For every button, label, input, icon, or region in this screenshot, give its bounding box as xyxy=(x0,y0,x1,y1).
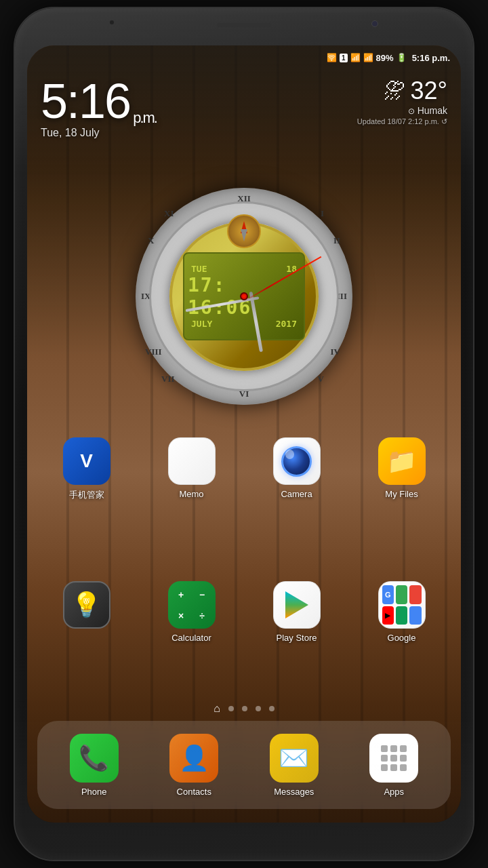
dock-apps[interactable]: Apps xyxy=(369,734,418,797)
dock-contacts[interactable]: 👤 Contacts xyxy=(169,734,218,797)
apps-dot-3 xyxy=(400,745,407,752)
playstore-label: Play Store xyxy=(277,633,317,643)
roman-5: V xyxy=(318,374,324,384)
apps-dot-9 xyxy=(400,764,407,771)
date-display: Tue, 18 July xyxy=(41,127,157,139)
center-dot xyxy=(240,292,248,300)
google-label: Google xyxy=(388,633,416,643)
lightbulb-icon: 💡 xyxy=(63,581,110,629)
app-calculator[interactable]: + − × ÷ Calculator xyxy=(158,581,226,643)
dot-4 xyxy=(269,706,274,711)
dock-messages[interactable]: ✉️ Messages xyxy=(270,734,319,797)
weather-icon: ⛈ xyxy=(384,79,405,104)
calc-grid: + − × ÷ xyxy=(168,581,216,629)
location: Humak xyxy=(357,105,447,116)
calculator-label: Calculator xyxy=(171,633,211,643)
phone-app-icon: 📞 xyxy=(70,734,119,783)
apps-dot-7 xyxy=(381,764,388,771)
google-blue xyxy=(409,606,421,625)
temperature: 32° xyxy=(411,77,447,105)
compass xyxy=(227,214,261,248)
roman-4: IV xyxy=(331,347,340,357)
phone-label: Phone xyxy=(81,787,107,797)
status-time: 5:16 p.m. xyxy=(412,53,450,63)
messages-label: Messages xyxy=(274,787,314,797)
app-google[interactable]: G ▶ Google xyxy=(368,581,436,643)
updated-text: Updated 18/07 2:12 p.m. ↺ xyxy=(357,117,447,126)
roman-1: I xyxy=(321,208,324,219)
page-dots: ⌂ xyxy=(27,703,461,714)
dot-3 xyxy=(256,706,261,711)
time-section: 5:16p.m. Tue, 18 July xyxy=(41,77,157,139)
calc-divide: ÷ xyxy=(193,606,211,625)
myfiles-label: My Files xyxy=(385,489,418,499)
signal-1-badge: 1 xyxy=(340,54,348,62)
apps-grid-icon xyxy=(369,734,418,783)
signal-bars-2-icon: 📶 xyxy=(363,53,373,62)
app-camera[interactable]: Camera xyxy=(263,437,331,501)
signal-bars-icon: 📶 xyxy=(350,53,361,62)
google-green xyxy=(396,606,407,625)
app-tencent[interactable]: V 手机管家 xyxy=(53,437,121,501)
calculator-icon: + − × ÷ xyxy=(168,581,216,629)
apps-dots-grid xyxy=(374,738,413,778)
roman-10: X xyxy=(148,235,154,246)
roman-8: VIII xyxy=(145,347,162,357)
camera-label: Camera xyxy=(281,489,312,499)
google-g: G xyxy=(382,585,394,604)
svg-marker-0 xyxy=(285,591,308,618)
app-lightbulb[interactable]: 💡 xyxy=(53,581,121,643)
messages-app-icon: ✉️ xyxy=(270,734,319,783)
status-icons: 🛜 1 📶 📶 89% 🔋 5:16 p.m. xyxy=(327,53,450,63)
memo-lines xyxy=(186,446,197,477)
app-row-2: 💡 + − × ÷ Calculator xyxy=(27,581,461,643)
digital-day: TUE xyxy=(191,264,207,274)
app-myfiles[interactable]: 📁 My Files xyxy=(368,437,436,501)
clock-widget: XII I II III IV V VI VII VIII IX X XI xyxy=(136,188,352,405)
google-red xyxy=(409,585,421,604)
apps-dot-1 xyxy=(381,745,388,752)
app-row-1: V 手机管家 Memo xyxy=(27,437,461,501)
app-playstore[interactable]: Play Store xyxy=(263,581,331,643)
myfiles-icon: 📁 xyxy=(378,437,426,485)
camera-lens xyxy=(281,446,312,477)
battery-text: 89% xyxy=(376,53,394,63)
contacts-label: Contacts xyxy=(177,787,211,797)
dock-phone[interactable]: 📞 Phone xyxy=(70,734,119,797)
dock: 📞 Phone 👤 Contacts ✉️ Messages xyxy=(37,721,451,809)
apps-label: Apps xyxy=(384,787,404,797)
tencent-label: 手机管家 xyxy=(69,489,104,501)
large-time-display: 5:16p.m. xyxy=(41,77,157,125)
dot-2 xyxy=(242,706,247,711)
apps-dot-2 xyxy=(390,745,397,752)
apps-dot-6 xyxy=(400,755,407,762)
clock-face: TUE 18 17: 16:06 JULY 2017 xyxy=(149,201,339,391)
roman-7: VII xyxy=(161,374,175,384)
digital-top-row: TUE 18 xyxy=(188,264,300,274)
playstore-icon xyxy=(273,581,321,629)
camera-icon xyxy=(273,437,321,485)
home-dot: ⌂ xyxy=(214,703,220,714)
speaker xyxy=(217,23,271,27)
clock-inner: TUE 18 17: 16:06 JULY 2017 xyxy=(169,222,319,371)
front-camera xyxy=(371,20,378,27)
memo-label: Memo xyxy=(179,489,203,499)
digital-bottom-row: JULY 2017 xyxy=(188,319,300,329)
apps-dot-5 xyxy=(390,755,397,762)
wifi-icon: 🛜 xyxy=(327,53,337,62)
memo-icon xyxy=(168,437,216,485)
phone-frame: 🛜 1 📶 📶 89% 🔋 5:16 p.m. 5:16p.m. Tue, 18… xyxy=(14,7,474,861)
google-icon: G ▶ xyxy=(378,581,426,629)
tencent-icon: V xyxy=(63,437,110,485)
google-grid: G ▶ xyxy=(379,582,425,628)
digital-year: 2017 xyxy=(276,319,297,329)
apps-dot-4 xyxy=(381,755,388,762)
top-info-bar: 5:16p.m. Tue, 18 July ⛈ 32° Humak Update… xyxy=(27,70,461,146)
phone-screen: 🛜 1 📶 📶 89% 🔋 5:16 p.m. 5:16p.m. Tue, 18… xyxy=(27,45,461,823)
calc-times: × xyxy=(172,606,190,625)
roman-2: II xyxy=(333,235,340,246)
battery-icon: 🔋 xyxy=(396,53,407,62)
compass-arrow xyxy=(243,221,245,241)
google-maps xyxy=(396,585,407,604)
app-memo[interactable]: Memo xyxy=(158,437,226,501)
